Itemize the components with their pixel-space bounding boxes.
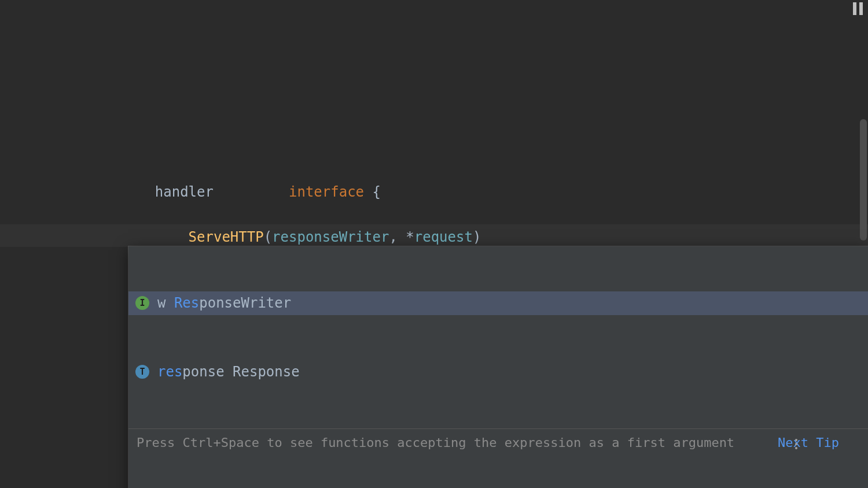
code-editor[interactable]: handler interface { ServeHTTP(responseWr… [0, 0, 868, 488]
pause-icon[interactable] [853, 2, 865, 15]
type-badge-icon: T [135, 365, 149, 379]
completion-hint: Press Ctrl+Space to see functions accept… [137, 432, 734, 453]
completion-popup: I w ResponseWriter T response Response P… [128, 246, 868, 488]
completion-footer: Press Ctrl+Space to see functions accept… [128, 428, 868, 456]
interface-badge-icon: I [135, 296, 149, 310]
completion-item[interactable]: I w ResponseWriter [128, 291, 868, 315]
more-icon[interactable] [795, 394, 862, 489]
completion-item[interactable]: T response Response [128, 360, 868, 384]
completion-item-label: w ResponseWriter [157, 292, 291, 315]
completion-item-label: response Response [157, 361, 300, 383]
vertical-scrollbar[interactable] [860, 119, 867, 241]
